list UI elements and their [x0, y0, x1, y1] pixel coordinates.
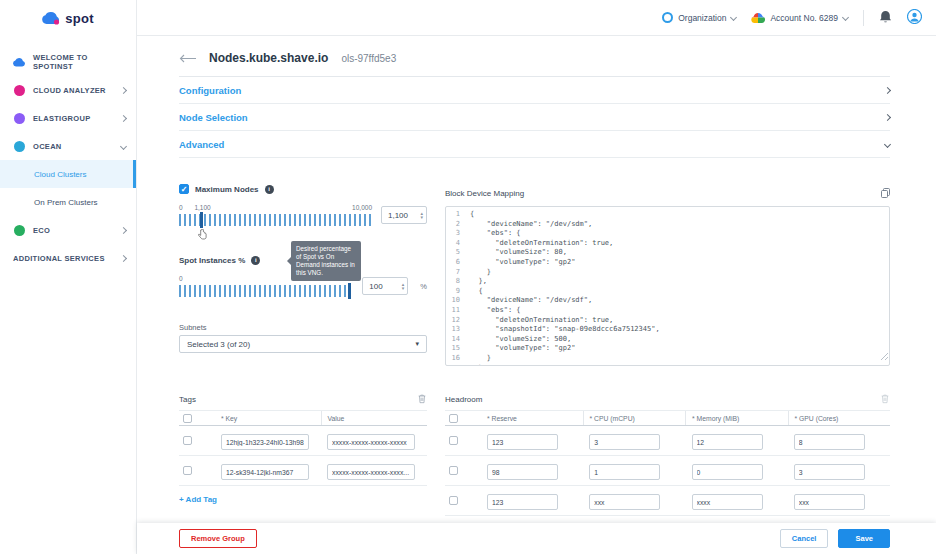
maximum-nodes-slider-block: 0 1,100 10,000	[179, 204, 427, 226]
slider-min-label: 0	[179, 275, 183, 283]
stepper-arrows[interactable]: ▴▾	[402, 282, 405, 290]
block-device-mapping-label: Block Device Mapping	[445, 189, 524, 198]
code-line-numbers: 1 2 3 4 5 6 7 8 9 10 11 12 13 14 15 16 1…	[446, 207, 463, 365]
cancel-button[interactable]: Cancel	[780, 529, 829, 548]
tag-row	[179, 426, 427, 456]
tag-row-checkbox[interactable]	[183, 466, 192, 475]
headroom-row-checkbox[interactable]	[449, 436, 458, 445]
headroom-row-checkbox[interactable]	[449, 496, 458, 505]
tags-select-all-checkbox[interactable]	[183, 414, 192, 423]
sidebar-item-elastigroup[interactable]: ELASTIGROUP	[0, 104, 136, 132]
cpu-input[interactable]	[589, 434, 660, 450]
page-header: Nodes.kube.shave.io ols-97ffd5e3	[179, 48, 890, 68]
sidebar-item-cloud-analyzer[interactable]: CLOUD ANALYZER	[0, 76, 136, 104]
memory-input[interactable]	[692, 494, 763, 510]
maximum-nodes-slider[interactable]	[179, 214, 372, 226]
accordion-advanced[interactable]: Advanced	[179, 131, 890, 158]
chevron-right-icon	[884, 86, 891, 93]
remove-group-button[interactable]: Remove Group	[179, 529, 257, 548]
tag-key-input[interactable]	[221, 434, 309, 450]
cloud-analyzer-icon	[13, 84, 25, 96]
advanced-left-column: ✓ Maximum Nodes i 0 1,100 10,000	[179, 184, 427, 366]
tags-header-row: * Key Value	[179, 410, 427, 426]
spot-logo[interactable]: spot	[0, 0, 136, 36]
slider-handle[interactable]	[348, 283, 351, 299]
headroom-label: Headroom	[445, 395, 482, 404]
gpu-input[interactable]	[794, 494, 865, 510]
maximum-nodes-input[interactable]: 1,100 ▴▾	[381, 206, 427, 224]
elastigroup-icon	[13, 112, 25, 124]
sidebar-item-welcome[interactable]: WELCOME TO SPOTINST	[0, 48, 136, 76]
chevron-right-icon	[120, 226, 127, 233]
memory-input[interactable]	[692, 434, 763, 450]
organization-icon	[662, 12, 673, 23]
add-tag-button[interactable]: + Add Tag	[179, 495, 427, 504]
percent-unit-label: %	[420, 282, 427, 291]
mouse-cursor	[198, 226, 207, 244]
cpu-input[interactable]	[589, 464, 660, 480]
sidebar-item-additional-services[interactable]: ADDITIONAL SERVICES	[0, 244, 136, 272]
spot-instances-input[interactable]: 100 ▴▾	[362, 277, 408, 295]
code-content: { "deviceName": "/dev/sdm", "ebs": { "de…	[463, 207, 889, 365]
chevron-right-icon	[884, 113, 891, 120]
tags-table: * Key Value	[179, 410, 427, 486]
memory-input[interactable]	[692, 464, 763, 480]
slider-min-label: 0	[179, 204, 183, 212]
logo-text: spot	[65, 11, 94, 26]
topbar-divider	[863, 10, 864, 26]
tag-value-input[interactable]	[327, 464, 415, 480]
reserve-input[interactable]	[487, 434, 558, 450]
tag-value-input[interactable]	[327, 434, 415, 450]
copy-icon[interactable]	[881, 184, 890, 202]
spot-cloud-icon	[42, 11, 61, 25]
chevron-down-icon	[884, 140, 891, 147]
tags-value-header: Value	[321, 411, 428, 425]
page-title: Nodes.kube.shave.io	[209, 51, 328, 65]
info-icon[interactable]: i	[265, 185, 274, 194]
chevron-down-icon	[842, 14, 849, 21]
sidebar-item-cloud-clusters[interactable]: Cloud Clusters	[0, 160, 136, 188]
back-arrow-icon[interactable]	[179, 49, 196, 67]
reserve-input[interactable]	[487, 464, 558, 480]
save-button[interactable]: Save	[838, 529, 890, 548]
accordion-configuration[interactable]: Configuration	[179, 77, 890, 104]
trash-icon[interactable]	[880, 390, 890, 408]
resize-grip-icon[interactable]	[881, 346, 888, 364]
block-device-mapping-editor[interactable]: 1 2 3 4 5 6 7 8 9 10 11 12 13 14 15 16 1…	[445, 206, 890, 366]
gpu-input[interactable]	[794, 434, 865, 450]
eco-icon	[13, 224, 25, 236]
sidebar-nav: WELCOME TO SPOTINST CLOUD ANALYZER ELAST…	[0, 48, 136, 272]
accordion-node-selection[interactable]: Node Selection	[179, 104, 890, 131]
ocean-icon	[13, 140, 25, 152]
chevron-down-icon	[730, 14, 737, 21]
tag-row	[179, 456, 427, 486]
headroom-row-checkbox[interactable]	[449, 466, 458, 475]
stepper-arrows[interactable]: ▴▾	[420, 211, 423, 219]
subnets-select[interactable]: Selected 3 (of 20) ▾	[179, 335, 427, 353]
user-avatar[interactable]	[907, 9, 922, 26]
gpu-input[interactable]	[794, 464, 865, 480]
headroom-gpu-header: * GPU (Cores)	[788, 411, 891, 425]
sidebar: spot WELCOME TO SPOTINST CLOUD ANALYZER …	[0, 0, 137, 554]
organization-dropdown[interactable]: Organization	[662, 12, 736, 23]
trash-icon[interactable]	[417, 390, 427, 408]
sidebar-item-ocean[interactable]: OCEAN	[0, 132, 136, 160]
cpu-input[interactable]	[589, 494, 660, 510]
info-icon[interactable]: i	[251, 256, 260, 265]
content-area: Nodes.kube.shave.io ols-97ffd5e3 Configu…	[137, 36, 936, 554]
headroom-select-all-checkbox[interactable]	[449, 414, 458, 423]
notifications-bell-icon[interactable]	[879, 10, 892, 26]
maximum-nodes-checkbox[interactable]: ✓	[179, 184, 189, 194]
chevron-right-icon	[120, 86, 127, 93]
main-area: Organization Account No. 6289	[137, 0, 936, 554]
sidebar-item-eco[interactable]: ECO	[0, 216, 136, 244]
reserve-input[interactable]	[487, 494, 558, 510]
tag-row-checkbox[interactable]	[183, 436, 192, 445]
slider-max-label: 10,000	[352, 204, 372, 212]
sidebar-item-on-prem-clusters[interactable]: On Prem Clusters	[0, 188, 136, 216]
spot-instances-slider[interactable]	[179, 285, 353, 297]
account-dropdown[interactable]: Account No. 6289	[751, 12, 848, 23]
tag-key-input[interactable]	[221, 464, 309, 480]
spot-instances-tooltip: Desired percentage of Spot vs On Demand …	[291, 241, 361, 281]
headroom-row	[445, 486, 890, 516]
